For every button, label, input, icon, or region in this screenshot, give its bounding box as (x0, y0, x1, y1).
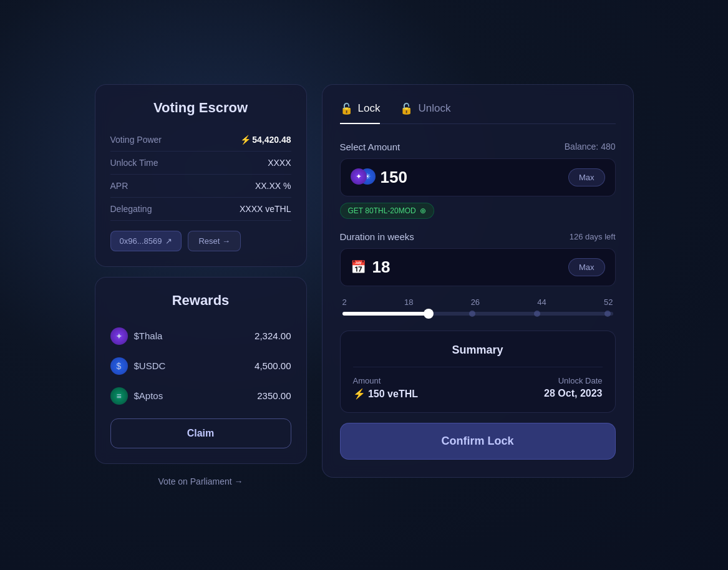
slider-dot-26 (469, 311, 475, 317)
apr-label: APR (110, 181, 129, 191)
slider-fill (342, 312, 429, 316)
usdc-left: $ $USDC (110, 357, 166, 375)
select-amount-label: Select Amount (340, 142, 400, 152)
days-left: 126 days left (570, 232, 616, 241)
aptos-left: ≡ $Aptos (110, 387, 163, 405)
slider-label-18: 18 (404, 297, 413, 307)
address-badge[interactable]: 0x96...8569 ↗ (110, 231, 182, 251)
duration-label: Duration in weeks (340, 231, 414, 242)
voting-power-value: ⚡54,420.48 (240, 135, 291, 145)
duration-input-box[interactable]: 📅 18 Max (340, 248, 616, 286)
duration-section-header: Duration in weeks 126 days left (340, 231, 616, 242)
confirm-lock-button[interactable]: Confirm Lock (340, 423, 616, 460)
calendar-icon: 📅 (351, 259, 366, 274)
left-column: Voting Escrow Voting Power ⚡54,420.48 Un… (95, 84, 307, 486)
get-lp-label: GET 80THL-20MOD (348, 206, 416, 215)
summary-amount-label: Amount (353, 376, 418, 385)
aptos-amount: 2350.00 (257, 390, 291, 401)
thala-icon: ✦ (110, 327, 128, 345)
delegating-label: Delegating (110, 204, 152, 214)
delegating-value: XXXX veTHL (240, 204, 291, 214)
voting-escrow-title: Voting Escrow (110, 100, 291, 116)
slider-dot-52 (604, 311, 611, 317)
address-text: 0x96...8569 (120, 236, 162, 246)
tabs: 🔓 Lock 🔓 Unlock (340, 102, 616, 124)
duration-value: 18 (372, 258, 562, 277)
unlock-time-label: Unlock Time (110, 158, 158, 168)
thala-name: $Thala (134, 331, 163, 341)
usdc-icon: $ (110, 357, 128, 375)
vote-parliament-link[interactable]: Vote on Parliament → (95, 476, 307, 486)
rewards-title: Rewards (110, 292, 291, 309)
rewards-card: Rewards ✦ $Thala 2,324.00 $ $USDC 4,500.… (95, 277, 307, 464)
voting-power-label: Voting Power (110, 135, 162, 145)
main-layout: Voting Escrow Voting Power ⚡54,420.48 Un… (70, 59, 659, 511)
apr-row: APR XX.XX % (110, 175, 291, 198)
right-panel: 🔓 Lock 🔓 Unlock Select Amount Balance: 4… (322, 84, 634, 478)
slider-labels: 2 18 26 44 52 (342, 297, 613, 307)
duration-max-button[interactable]: Max (568, 258, 605, 276)
slider-label-2: 2 (342, 297, 347, 307)
aptos-icon: ≡ (110, 387, 128, 405)
unlock-time-value: XXXX (268, 158, 291, 168)
slider-label-26: 26 (471, 297, 480, 307)
slider-track[interactable] (342, 312, 613, 316)
amount-section-header: Select Amount Balance: 480 (340, 142, 616, 152)
unlock-tab-icon: 🔓 (400, 102, 413, 115)
aptos-name: $Aptos (134, 390, 163, 401)
summary-divider (353, 367, 603, 367)
amount-max-button[interactable]: Max (568, 168, 605, 186)
amount-value: 150 (381, 168, 562, 187)
thala-left: ✦ $Thala (110, 327, 163, 345)
token-icons: ✦ ✳ (351, 168, 374, 186)
apr-value: XX.XX % (255, 181, 291, 191)
reset-button[interactable]: Reset → (188, 231, 241, 251)
delegating-row: Delegating XXXX veTHL (110, 198, 291, 221)
voting-power-row: Voting Power ⚡54,420.48 (110, 128, 291, 152)
voting-escrow-card: Voting Escrow Voting Power ⚡54,420.48 Un… (95, 84, 307, 267)
summary-title: Summary (353, 344, 603, 357)
unlock-time-row: Unlock Time XXXX (110, 152, 291, 175)
usdc-reward-row: $ $USDC 4,500.00 (110, 351, 291, 381)
tab-unlock[interactable]: 🔓 Unlock (400, 102, 450, 124)
slider-label-52: 52 (604, 297, 613, 307)
usdc-amount: 4,500.00 (255, 360, 291, 371)
get-lp-badge[interactable]: GET 80THL-20MOD ⊕ (340, 203, 434, 219)
external-link-icon: ↗ (165, 236, 172, 246)
summary-amount-value: ⚡ 150 veTHL (353, 388, 418, 400)
token-icon-1: ✦ (351, 168, 367, 185)
thala-reward-row: ✦ $Thala 2,324.00 (110, 321, 291, 351)
slider-dot-44 (534, 311, 540, 317)
summary-unlock-label: Unlock Date (544, 376, 602, 385)
unlock-tab-label: Unlock (418, 102, 450, 115)
tab-lock[interactable]: 🔓 Lock (340, 102, 381, 124)
aptos-reward-row: ≡ $Aptos 2350.00 (110, 381, 291, 411)
summary-row: Amount ⚡ 150 veTHL Unlock Date 28 Oct, 2… (353, 376, 603, 400)
usdc-name: $USDC (134, 360, 166, 371)
summary-unlock-item: Unlock Date 28 Oct, 2023 (544, 376, 602, 399)
slider-thumb[interactable] (424, 309, 434, 319)
summary-box: Summary Amount ⚡ 150 veTHL Unlock Date 2… (340, 331, 616, 413)
amount-input-box[interactable]: ✦ ✳ 150 Max (340, 158, 616, 196)
summary-amount-item: Amount ⚡ 150 veTHL (353, 376, 418, 400)
weeks-slider[interactable]: 2 18 26 44 52 (340, 297, 616, 316)
get-lp-icon: ⊕ (420, 206, 426, 215)
summary-unlock-value: 28 Oct, 2023 (544, 388, 602, 399)
balance-display: Balance: 480 (565, 142, 616, 152)
slider-label-44: 44 (537, 297, 546, 307)
lock-tab-icon: 🔓 (340, 102, 353, 115)
claim-button[interactable]: Claim (110, 418, 291, 448)
thala-amount: 2,324.00 (255, 331, 291, 341)
lock-tab-label: Lock (358, 102, 381, 115)
address-row: 0x96...8569 ↗ Reset → (110, 231, 291, 251)
lightning-icon: ⚡ (240, 135, 251, 145)
